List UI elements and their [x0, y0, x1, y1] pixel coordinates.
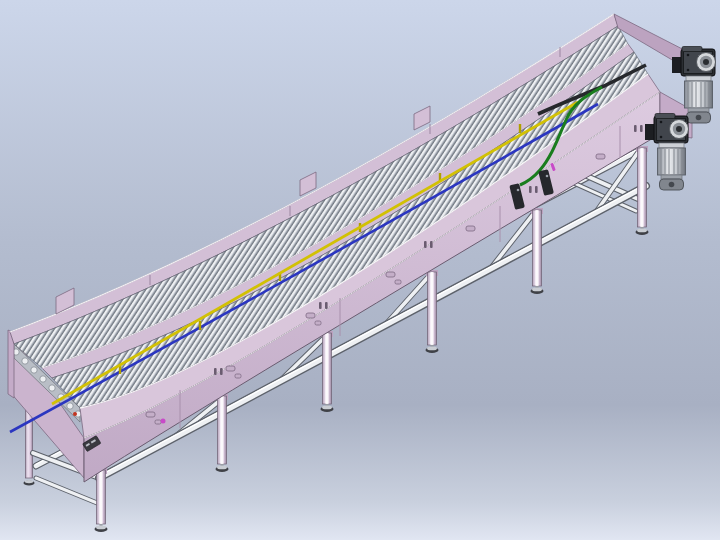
front-leg — [636, 146, 649, 235]
magenta-marker — [161, 419, 166, 424]
conveyor-render — [0, 0, 720, 540]
cad-viewport[interactable] — [0, 0, 720, 540]
front-leg — [216, 394, 229, 472]
front-leg — [321, 331, 334, 412]
front-leg — [531, 208, 544, 294]
front-leg — [95, 468, 108, 532]
red-marker — [73, 412, 77, 416]
front-leg — [426, 270, 439, 353]
